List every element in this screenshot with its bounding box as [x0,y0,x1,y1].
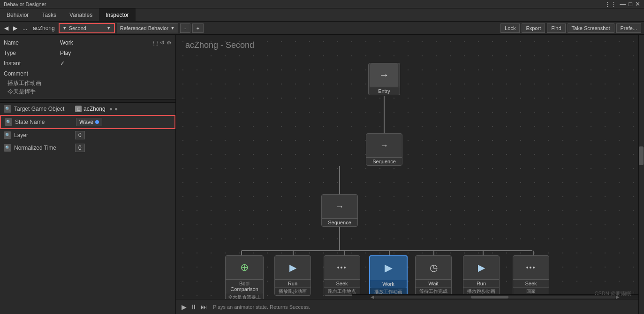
work-icon-area: ▶ [374,256,402,280]
scrollbar-h-track[interactable] [374,296,616,299]
screenshot-button[interactable]: Take Screenshot [568,23,614,33]
state-name-label: State Name [15,119,76,125]
entry-node-label: Entry [369,87,400,95]
tab-behavior[interactable]: Behavior [0,8,35,21]
breadcrumb-sep: ... [21,25,29,31]
run1-icon-area: ▶ [279,256,307,279]
run2-play-icon: ▶ [478,262,485,273]
maximize-icon[interactable]: □ [629,0,632,8]
target-dot2: ● [114,106,118,112]
wait-node[interactable]: ◷ Wait 等待工作完成 [415,255,452,296]
state-name-icon: 🔍 [5,118,12,126]
right-scrollbar[interactable] [638,35,644,314]
canvas-area[interactable]: acZhong - Second → Entry [176,35,644,314]
seek2-node[interactable]: ••• Seek 回家 [513,255,549,296]
playback-controls: ▶ ⏸ ⏭ [182,303,207,311]
work-label: Work [370,280,407,288]
run2-label: Run [463,279,499,287]
find-button[interactable]: Find [547,23,565,33]
type-row: Type Play [4,48,172,58]
seek1-node[interactable]: ••• Seek 跑向工作地点 [324,255,360,296]
instant-label: Instant [4,60,60,67]
state-name-value-box[interactable]: Wave [76,118,102,126]
copy-icon[interactable]: ⬚ [153,39,158,46]
name-label: Name [4,39,60,46]
app-title: Behavior Designer [4,1,605,7]
settings-icon[interactable]: ↺ [160,39,165,46]
dropdown-arrow-right: ▼ [106,25,111,31]
tab-variables[interactable]: Variables [63,8,99,21]
minimize-icon[interactable]: — [620,0,626,8]
seek2-dots-icon: ••• [526,264,536,271]
type-value: Play [60,50,172,56]
run2-node[interactable]: ▶ Run 播放跑步动画 [463,255,500,296]
run1-node[interactable]: ▶ Run 播放跑步动画 [274,255,311,296]
target-game-object-field: 🔍 Target Game Object ◻ acZhong ● ● [0,103,175,115]
name-value: Work [60,39,153,46]
canvas-title: acZhong - Second [185,40,254,50]
gear-icon[interactable]: ⚙ [167,39,172,46]
comment-line2: 今天是挥手 [8,87,172,96]
lock-button[interactable]: Lock [500,23,520,33]
run1-label: Run [275,279,311,287]
instant-value: ✓ [60,60,172,67]
norm-time-value: 0 [78,145,82,151]
norm-time-label: Normalized Time [14,145,75,151]
seq2-icon-area: → [326,195,354,218]
bool-label: Bool Comparison [226,279,263,293]
target-value-box: ◻ acZhong ● ● [75,106,172,112]
referenced-behavior-dropdown[interactable]: Referenced Behavior ▼ [117,23,178,33]
dropdown-arrow-left: ▼ [62,25,67,31]
seq1-arrow-icon: → [380,141,388,151]
window-controls[interactable]: ⋮⋮ — □ ✕ [605,0,640,8]
layer-value-box[interactable]: 0 [75,131,85,139]
norm-time-field: 🔍 Normalized Time 0 [0,142,175,154]
referenced-behavior-label: Referenced Behavior [120,25,168,31]
layer-field: 🔍 Layer 0 [0,129,175,142]
play-button[interactable]: ▶ [182,303,187,311]
nav-prev-button[interactable]: ◀ [3,25,10,31]
tab-inspector[interactable]: Inspector [99,8,135,21]
comment-text: 播放工作动画 今天是挥手 [8,79,172,96]
seek2-label: Seek [513,279,549,287]
name-row: Name Work ⬚ ↺ ⚙ [4,38,172,48]
wait-label: Wait [416,279,451,287]
more-icon[interactable]: ⋮⋮ [605,0,617,8]
entry-node-icon-area: → [370,63,398,87]
pause-button[interactable]: ⏸ [190,303,197,311]
seek2-icon-area: ••• [517,256,545,279]
scroll-left-arrow[interactable]: ◀ [371,294,374,299]
sequence2-node[interactable]: → Sequence [321,194,358,227]
seq2-label: Sequence [322,218,357,226]
breadcrumb-name: acZhong [31,25,57,31]
target-dot1: ● [109,106,113,112]
target-game-icon: ◻ [75,106,82,112]
inspector-panel: Name Work ⬚ ↺ ⚙ Type Play Instant ✓ Comm… [0,35,176,314]
wait-icon-area: ◷ [419,256,447,279]
seq1-label: Sequence [366,157,402,165]
scrollbar-h-thumb[interactable] [471,296,508,299]
behavior-dropdown[interactable]: ▼ Second ▼ [59,23,115,33]
minus-button[interactable]: - [180,23,190,33]
entry-node[interactable]: → Entry [368,63,400,95]
step-button[interactable]: ⏭ [201,303,207,311]
close-icon[interactable]: ✕ [635,0,640,8]
section-divider-1 [0,99,175,103]
referenced-behavior-arrow: ▼ [170,25,175,31]
main-layout: Name Work ⬚ ↺ ⚙ Type Play Instant ✓ Comm… [0,35,644,314]
export-button[interactable]: Export [522,23,545,33]
plus-button[interactable]: + [192,23,204,33]
sequence1-node[interactable]: → Sequence [366,133,402,166]
right-scrollbar-thumb[interactable] [639,146,644,165]
status-bar: ▶ ⏸ ⏭ Plays an animator state. Returns S… [176,299,644,314]
prefs-button[interactable]: Prefe... [616,23,641,33]
nav-next-button[interactable]: ▶ [12,25,19,31]
seek1-dots-icon: ••• [337,264,347,271]
watermark: CSDN @听雨眠！ [595,290,636,297]
tab-tasks[interactable]: Tasks [35,8,63,21]
norm-time-value-box[interactable]: 0 [75,144,85,152]
top-nav: Behavior Tasks Variables Inspector [0,8,644,22]
bool-cross-icon: ⊕ [240,261,249,274]
comment-row: Comment [4,69,172,79]
basic-props-section: Name Work ⬚ ↺ ⚙ Type Play Instant ✓ Comm… [0,35,175,99]
